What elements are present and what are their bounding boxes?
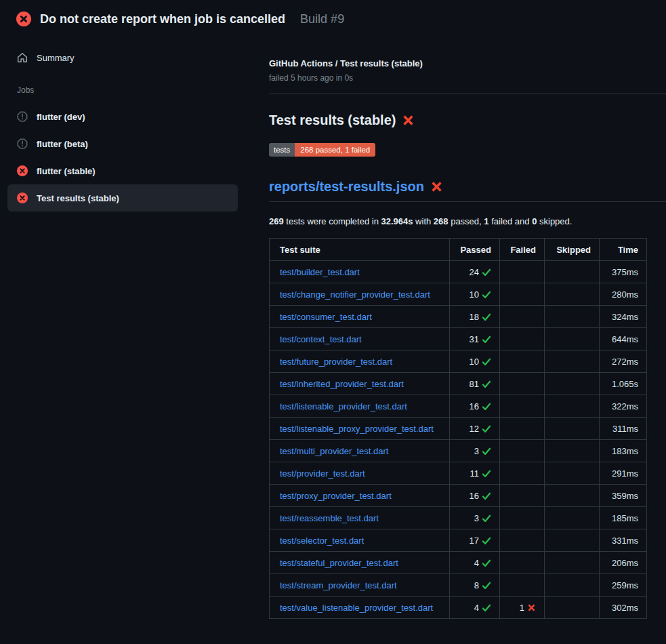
summary-text: passed, <box>449 216 484 226</box>
test-suite-link[interactable]: test/value_listenable_provider_test.dart <box>280 603 433 613</box>
failed-cell <box>500 529 545 552</box>
sidebar: Summary Jobs flutter (dev)flutter (beta)… <box>0 36 251 212</box>
green-check-icon <box>482 313 491 322</box>
suite-cell: test/proxy_provider_test.dart <box>270 485 450 507</box>
passed-cell-count: 8 <box>474 580 479 590</box>
time-cell: 375ms <box>600 261 647 283</box>
passed-cell: 10 <box>450 350 500 373</box>
time-cell: 331ms <box>600 529 647 552</box>
passed-cell: 16 <box>450 485 500 507</box>
green-check-icon <box>482 357 491 367</box>
test-suite-link[interactable]: test/stateful_provider_test.dart <box>280 558 398 568</box>
test-suite-link[interactable]: test/provider_test.dart <box>280 468 365 479</box>
green-check-icon <box>482 424 491 434</box>
test-suite-link[interactable]: test/change_notifier_provider_test.dart <box>280 289 430 300</box>
test-results-table: Test suitePassedFailedSkippedTime test/b… <box>269 238 647 619</box>
green-check-icon <box>482 536 491 546</box>
suite-cell: test/stateful_provider_test.dart <box>270 552 450 574</box>
stop-icon <box>17 138 28 149</box>
sidebar-item-flutter-beta[interactable]: flutter (beta) <box>7 130 238 157</box>
skipped-cell <box>545 373 600 395</box>
time-cell: 272ms <box>600 350 647 373</box>
failed-cell <box>500 462 545 485</box>
column-header-time: Time <box>600 239 647 261</box>
report-file-link[interactable]: reports/test-results.json <box>269 179 424 195</box>
sidebar-item-test-results-stable[interactable]: Test results (stable) <box>7 184 238 212</box>
suite-cell: test/context_test.dart <box>270 328 450 350</box>
skipped-cell <box>545 597 600 619</box>
failed-cell <box>500 261 545 283</box>
passed-cell-count: 81 <box>470 379 479 389</box>
passed-cell: 18 <box>450 306 500 328</box>
sidebar-item-summary[interactable]: Summary <box>0 48 251 67</box>
red-cross-icon <box>402 114 415 127</box>
skipped-cell <box>545 462 600 485</box>
summary-text: failed and <box>489 216 533 226</box>
test-suite-link[interactable]: test/listenable_provider_test.dart <box>280 401 407 411</box>
sidebar-item-flutter-dev[interactable]: flutter (dev) <box>7 103 238 130</box>
passed-cell-count: 31 <box>470 334 479 344</box>
x-circle-fill-icon <box>17 193 28 203</box>
passed-cell: 12 <box>450 418 500 440</box>
time-cell: 324ms <box>600 306 647 328</box>
suite-cell: test/selector_test.dart <box>270 529 450 552</box>
test-suite-link[interactable]: test/builder_test.dart <box>280 267 360 277</box>
summary-text: skipped. <box>537 216 572 226</box>
test-suite-link[interactable]: test/multi_provider_test.dart <box>280 446 388 456</box>
summary-number: 269 <box>269 216 284 226</box>
failed-cell <box>500 328 545 350</box>
sidebar-item-flutter-stable[interactable]: flutter (stable) <box>7 157 238 184</box>
breadcrumb: GitHub Actions / Test results (stable) <box>269 58 666 68</box>
test-suite-link[interactable]: test/reassemble_test.dart <box>280 513 379 523</box>
passed-cell: 3 <box>450 507 500 529</box>
table-header-row: Test suitePassedFailedSkippedTime <box>270 239 647 261</box>
green-check-icon <box>482 581 491 590</box>
jobs-list: flutter (dev)flutter (beta)flutter (stab… <box>0 103 251 212</box>
test-suite-link[interactable]: test/selector_test.dart <box>280 536 364 546</box>
passed-cell: 17 <box>450 529 500 552</box>
failed-cell <box>500 507 545 529</box>
green-check-icon <box>482 335 491 344</box>
suite-cell: test/value_listenable_provider_test.dart <box>270 597 450 619</box>
suite-cell: test/change_notifier_provider_test.dart <box>270 283 450 306</box>
passed-cell-count: 3 <box>474 513 479 523</box>
suite-cell: test/listenable_proxy_provider_test.dart <box>270 418 450 440</box>
table-row: test/value_listenable_provider_test.dart… <box>270 597 647 619</box>
test-suite-link[interactable]: test/listenable_proxy_provider_test.dart <box>280 424 434 434</box>
job-item-label: flutter (stable) <box>37 166 96 176</box>
run-header: Do not create report when job is cancell… <box>0 0 666 36</box>
time-cell: 206ms <box>600 552 647 574</box>
failed-cell-count: 1 <box>520 603 524 613</box>
failed-cell <box>500 574 545 597</box>
green-check-icon <box>482 491 491 501</box>
test-suite-link[interactable]: test/proxy_provider_test.dart <box>280 491 392 501</box>
summary-number: 1 <box>484 216 488 226</box>
failed-cell <box>500 395 545 418</box>
passed-cell-count: 4 <box>474 603 479 613</box>
suite-cell: test/reassemble_test.dart <box>270 507 450 529</box>
job-item-label: Test results (stable) <box>37 193 119 203</box>
failed-cell <box>500 350 545 373</box>
test-suite-link[interactable]: test/consumer_test.dart <box>280 312 372 322</box>
table-row: test/context_test.dart31644ms <box>270 328 647 350</box>
red-cross-icon <box>430 180 443 193</box>
skipped-cell <box>545 574 600 597</box>
suite-cell: test/multi_provider_test.dart <box>270 440 450 462</box>
summary-line: 269 tests were completed in 32.964s with… <box>269 216 666 226</box>
table-row: test/reassemble_test.dart3185ms <box>270 507 647 529</box>
test-suite-link[interactable]: test/stream_provider_test.dart <box>280 580 397 590</box>
passed-cell-count: 11 <box>470 468 480 479</box>
time-cell: 302ms <box>600 597 647 619</box>
tests-status-badge: tests 268 passed, 1 failed <box>269 143 375 157</box>
time-cell: 322ms <box>600 395 647 418</box>
table-row: test/future_provider_test.dart10272ms <box>270 350 647 373</box>
test-suite-link[interactable]: test/future_provider_test.dart <box>280 357 392 367</box>
test-suite-link[interactable]: test/context_test.dart <box>280 334 362 344</box>
test-suite-link[interactable]: test/inherited_provider_test.dart <box>280 379 404 389</box>
failed-cell <box>500 373 545 395</box>
table-row: test/listenable_provider_test.dart16322m… <box>270 395 647 418</box>
stop-icon <box>17 111 28 122</box>
summary-text: tests were completed in <box>284 216 381 226</box>
table-row: test/stateful_provider_test.dart4206ms <box>270 552 647 574</box>
passed-cell: 8 <box>450 574 500 597</box>
